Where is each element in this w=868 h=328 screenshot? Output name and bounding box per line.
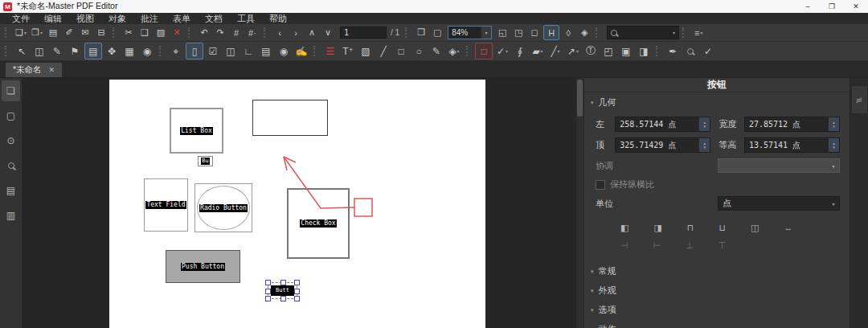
menu-annotate[interactable]: 批注 <box>133 13 166 24</box>
top-spinner[interactable]: ▴▾ <box>698 138 710 152</box>
menu-object[interactable]: 对象 <box>101 13 133 24</box>
menu-file[interactable]: 文件 <box>5 13 37 24</box>
search-caret-icon[interactable]: ▾ <box>673 30 675 35</box>
save-button[interactable]: ▤ <box>46 26 60 39</box>
grid-button[interactable]: # <box>229 26 244 39</box>
columns-icon[interactable]: ◨ <box>636 43 652 59</box>
tiny-button-widget[interactable]: Bu <box>198 156 213 166</box>
next-page-button[interactable]: ∨ <box>321 26 335 39</box>
options-section-header[interactable]: ▾ 选项 <box>584 300 850 319</box>
tab-close-icon[interactable]: ✕ <box>49 66 55 74</box>
zoom-selection-button[interactable]: ◱ <box>495 26 510 39</box>
menu-form[interactable]: 表单 <box>166 13 198 24</box>
print-button[interactable]: ⊟ <box>94 26 108 39</box>
zoom-combo[interactable]: 84% ▾ <box>448 26 492 39</box>
sidebar-thumbnails-icon[interactable]: ▢ <box>2 105 20 126</box>
highlight-list-icon[interactable]: ☰ <box>322 43 338 59</box>
distribute-horizontal-icon[interactable]: ↔ <box>784 223 792 233</box>
forward-view-button[interactable]: › <box>289 26 303 39</box>
page-number-input[interactable] <box>340 27 387 39</box>
pan-tool-icon[interactable]: ✥ <box>104 43 120 59</box>
undo-button[interactable]: ↶ <box>197 26 211 39</box>
save-as-button[interactable]: ✐ <box>62 26 76 39</box>
callout-annotation-icon[interactable]: ◰ <box>600 43 616 59</box>
radio-button-widget[interactable]: Radio Button <box>194 183 252 232</box>
redo-button[interactable]: ↷ <box>213 26 227 39</box>
delete-button[interactable]: ✕ <box>170 26 184 39</box>
listbox-widget[interactable]: List Box <box>170 108 223 154</box>
magnifier-icon[interactable] <box>682 43 698 59</box>
menu-view[interactable]: 视图 <box>69 13 101 24</box>
align-top-icon[interactable]: ⊓ <box>687 223 694 233</box>
push-button-widget[interactable]: Push Button <box>166 250 240 283</box>
menu-tools[interactable]: 工具 <box>230 13 262 24</box>
add-text-icon[interactable]: T⁺ <box>340 43 356 59</box>
top-input[interactable]: 325.71429 点 ▴▾ <box>615 137 710 153</box>
previous-page-button[interactable]: ∧ <box>305 26 319 39</box>
edit-document-icon[interactable]: ✎ <box>49 43 65 59</box>
menu-document[interactable]: 文档 <box>198 13 230 24</box>
checkbox-tool-icon[interactable]: ☑ <box>205 43 221 59</box>
height-spinner[interactable]: ▴▾ <box>828 138 839 152</box>
line-tool-icon[interactable]: ╱ <box>375 43 391 59</box>
zoom-fit-button[interactable]: ◳ <box>511 26 526 39</box>
stamp-tool-icon[interactable]: ◈▾ <box>446 43 462 59</box>
resize-handle-nw[interactable] <box>265 280 271 285</box>
document-tab[interactable]: *未命名 ✕ <box>6 63 62 77</box>
left-input[interactable]: 258.57144 点 ▴▾ <box>615 117 710 132</box>
text-field-widget[interactable]: Text Field <box>144 178 188 232</box>
checkbox-widget[interactable]: Check Box <box>287 188 350 259</box>
resize-handle-w[interactable] <box>265 289 271 294</box>
fit-page-button[interactable]: ❒ <box>414 26 428 39</box>
rectangle-tool-icon[interactable]: □ <box>393 43 409 59</box>
snap-grid-button[interactable]: #· <box>245 26 260 39</box>
resize-handle-se[interactable] <box>294 296 300 301</box>
sidebar-search-icon[interactable] <box>2 155 20 176</box>
toolbar-menu-button[interactable]: ≡▾ <box>691 26 706 39</box>
close-button[interactable]: ✕ <box>844 0 868 13</box>
text-field-tool-icon[interactable]: ▯ <box>186 43 203 59</box>
geometry-section-header[interactable]: ▾ 几何 <box>584 92 850 112</box>
height-input[interactable]: 13.57141 点 ▴▾ <box>744 137 840 153</box>
sidebar-layers-icon[interactable]: ▥ <box>2 205 20 226</box>
stamp-person-icon[interactable]: ▣ <box>618 43 634 59</box>
snapshot-icon[interactable]: ◉ <box>139 43 155 59</box>
line-annotation-icon[interactable]: ╱▾ <box>547 43 563 59</box>
align-left-icon[interactable]: ◧ <box>620 223 628 233</box>
maximize-button[interactable]: ❐ <box>820 0 844 13</box>
link-tool-icon[interactable]: ⌖ <box>168 43 184 59</box>
sidebar-pages-icon[interactable]: ❏ <box>2 80 20 101</box>
resize-handle-n[interactable] <box>280 280 286 285</box>
transform-tool-icon[interactable]: ▦ <box>121 43 137 59</box>
email-button[interactable]: ✉ <box>78 26 92 39</box>
menu-edit[interactable]: 编辑 <box>37 13 69 24</box>
add-image-icon[interactable]: ▧ <box>358 43 374 59</box>
selected-button-widget[interactable]: Butt <box>271 285 294 296</box>
hand-tool-button[interactable]: H <box>543 25 559 40</box>
paste-button[interactable]: ▨ <box>154 26 168 39</box>
editbox-tool-icon[interactable]: ▤ <box>258 43 274 59</box>
width-input[interactable]: 27.85712 点 ▴▾ <box>744 117 840 132</box>
validate-icon[interactable]: ✓ <box>700 43 716 59</box>
back-view-button[interactable]: ‹ <box>272 26 287 39</box>
resize-handle-sw[interactable] <box>265 296 271 301</box>
align-bottom-icon[interactable]: ⊔ <box>719 223 726 233</box>
copy-button[interactable]: ❑ <box>137 26 152 39</box>
left-spinner[interactable]: ▴▾ <box>698 117 710 131</box>
rect-annotation-icon[interactable]: □ <box>475 43 493 59</box>
listbox-tool-icon[interactable]: ∟ <box>240 43 256 59</box>
empty-rectangle-widget[interactable] <box>252 100 328 136</box>
signature-tool-icon[interactable]: ✍ <box>293 43 309 59</box>
zoom-page-button[interactable]: ◻ <box>527 26 542 39</box>
check-annotation-icon[interactable]: ✓▾ <box>494 43 510 59</box>
fill-color-button[interactable]: ◈ <box>577 26 592 39</box>
search-box[interactable]: ▾ <box>607 26 679 39</box>
flag-icon[interactable]: ⚑ <box>67 43 83 59</box>
ellipse-tool-icon[interactable]: ○ <box>411 43 427 59</box>
width-spinner[interactable]: ▴▾ <box>828 117 839 131</box>
select-tool-icon[interactable]: ↖ <box>14 43 30 59</box>
appearance-section-header[interactable]: ▾ 外观 <box>584 281 850 300</box>
general-section-header[interactable]: ▾ 常规 <box>584 261 850 281</box>
actions-section-header[interactable]: ▾ 动作 <box>584 319 850 328</box>
edit-forms-icon[interactable]: ▤ <box>84 43 102 59</box>
